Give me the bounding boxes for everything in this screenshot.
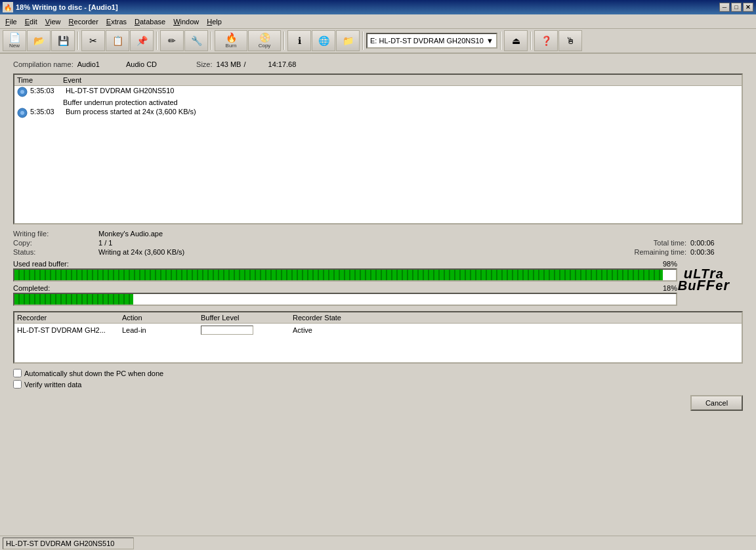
web-icon: 🌐 <box>318 36 329 45</box>
log-event-2: Burn process started at 24x (3,600 KB/s) <box>66 108 739 116</box>
log-header: Time Event <box>14 75 742 86</box>
menu-file[interactable]: File <box>1 15 21 28</box>
completed-label: Completed: <box>13 284 50 292</box>
separator-4 <box>284 32 285 50</box>
drive-dropdown[interactable]: E: HL-DT-ST DVDRAM GH20NS10 ▼ <box>366 33 497 49</box>
menu-database[interactable]: Database <box>131 15 169 28</box>
help-button[interactable]: ❓ <box>534 30 558 51</box>
copy-row: Copy: 1 / 1 Total time: 0:00:06 <box>13 239 743 247</box>
new-label: New <box>9 43 20 49</box>
statusbar-drive: HL-DT-ST DVDRAM GH20NS510 <box>3 538 134 549</box>
statusbar: HL-DT-ST DVDRAM GH20NS510 <box>0 536 756 550</box>
minimize-button[interactable]: ─ <box>719 3 730 12</box>
status-row: Status: Writing at 24x (3,600 KB/s) Rema… <box>13 248 743 256</box>
menu-extras[interactable]: Extras <box>102 15 131 28</box>
dropdown-arrow-icon: ▼ <box>486 37 494 45</box>
log-row-1: 5:35:03 HL-DT-ST DVDRAM GH20NS510 <box>14 86 742 98</box>
menu-view[interactable]: View <box>41 15 65 28</box>
progress-section: Used read buffer: 98% Completed: 18% uLT… <box>13 260 743 306</box>
edit-icon: ✏ <box>168 36 176 45</box>
copy-label: Copy: <box>13 239 98 247</box>
titlebar: 🔥 18% Writing to disc - [Audio1] ─ □ ✕ <box>0 0 756 14</box>
menubar: File Edit View Recorder Extras Database … <box>0 14 756 29</box>
log-event-1: HL-DT-ST DVDRAM GH20NS510 <box>66 87 739 95</box>
support-button[interactable]: 🖱 <box>558 30 582 51</box>
new-button[interactable]: 📄 New <box>3 30 26 51</box>
duration-value: 14:17.68 <box>268 60 297 68</box>
recorder-table: Recorder Action Buffer Level Recorder St… <box>13 311 743 364</box>
completed-label-row: Completed: 18% <box>13 284 677 292</box>
copy-icon: 📋 <box>112 36 123 45</box>
log-icon-1 <box>17 87 28 97</box>
compilation-info: Compilation name: Audio1 Audio CD Size: … <box>13 60 743 68</box>
statusbar-drive-text: HL-DT-ST DVDRAM GH20NS510 <box>6 539 114 547</box>
log-sub-text-1: Buffer underrun protection activated <box>63 98 178 106</box>
menu-edit[interactable]: Edit <box>21 15 41 28</box>
auto-shutdown-checkbox[interactable] <box>13 369 22 377</box>
open-icon: 📂 <box>33 36 45 45</box>
completed-pct: 18% <box>663 284 677 292</box>
cut-button[interactable]: ✂ <box>81 30 105 51</box>
menu-help[interactable]: Help <box>203 15 226 28</box>
ultrabuffer-line2: BuFFer <box>678 278 730 293</box>
buffer-level-col-header: Buffer Level <box>201 314 293 322</box>
burn-button[interactable]: 🔥 Burn <box>215 30 247 51</box>
verify-label: Verify written data <box>24 381 81 389</box>
read-buffer-fill <box>14 270 663 280</box>
remaining-time-value: 0:00:36 <box>690 248 743 256</box>
recorder-header: Recorder Action Buffer Level Recorder St… <box>14 312 742 324</box>
options-section: Automatically shut down the PC when done… <box>13 369 743 389</box>
progress-bars: Used read buffer: 98% Completed: 18% <box>13 260 677 306</box>
log-area: Time Event 5:35:03 HL-DT-ST DVDRAM GH20N… <box>13 74 743 224</box>
rec-state-value: Active <box>293 326 739 334</box>
save-button[interactable]: 💾 <box>51 30 75 51</box>
total-time-label: Total time: <box>601 239 686 247</box>
main-content: Compilation name: Audio1 Audio CD Size: … <box>0 54 756 417</box>
menu-recorder[interactable]: Recorder <box>65 15 102 28</box>
eject-button[interactable]: ⏏ <box>504 30 528 51</box>
save-icon: 💾 <box>58 36 69 45</box>
writing-file-value: Monkey's Audio.ape <box>98 230 743 238</box>
separator-3 <box>211 32 212 50</box>
auto-shutdown-row: Automatically shut down the PC when done <box>13 369 743 377</box>
log-time-2: 5:35:03 <box>30 108 66 116</box>
edit-button[interactable]: ✏ <box>160 30 184 51</box>
completed-bar <box>13 293 677 306</box>
svg-point-1 <box>20 90 24 94</box>
help-icon: ❓ <box>541 36 552 45</box>
copy2-icon: 📀 <box>259 33 270 42</box>
copy-button[interactable]: 📋 <box>106 30 129 51</box>
paste-icon: 📌 <box>136 36 148 45</box>
completed-fill <box>14 294 133 305</box>
cancel-button[interactable]: Cancel <box>690 395 743 411</box>
close-button[interactable]: ✕ <box>743 3 753 12</box>
total-time-value: 0:00:06 <box>690 239 743 247</box>
status-label: Status: <box>13 248 98 256</box>
tools-button[interactable]: 🔧 <box>184 30 208 51</box>
status-section: Writing file: Monkey's Audio.ape Copy: 1… <box>13 230 743 256</box>
restore-button[interactable]: □ <box>731 3 742 12</box>
writing-file-row: Writing file: Monkey's Audio.ape <box>13 230 743 238</box>
web-button[interactable]: 🌐 <box>312 30 335 51</box>
verify-checkbox[interactable] <box>13 380 22 389</box>
menu-window[interactable]: Window <box>169 15 203 28</box>
log-col-event-header: Event <box>63 76 739 84</box>
button-row: Cancel <box>13 395 743 411</box>
paste-button[interactable]: 📌 <box>130 30 154 51</box>
compilation-name-label: Compilation name: <box>13 60 74 68</box>
auto-shutdown-label: Automatically shut down the PC when done <box>24 370 163 377</box>
read-buffer-bar <box>13 268 677 282</box>
window-controls[interactable]: ─ □ ✕ <box>719 3 753 12</box>
read-buffer-label: Used read buffer: <box>13 260 69 268</box>
burn-label: Burn <box>226 43 237 49</box>
folder-icon: 📁 <box>343 36 354 45</box>
open-button[interactable]: 📂 <box>27 30 51 51</box>
separator-5 <box>362 32 364 50</box>
copy2-button[interactable]: 📀 Copy <box>248 30 281 51</box>
log-col-time-header: Time <box>17 76 63 84</box>
info-button[interactable]: ℹ <box>287 30 311 51</box>
separator-2 <box>156 32 158 50</box>
folder-button[interactable]: 📁 <box>336 30 360 51</box>
eject-icon: ⏏ <box>512 36 520 45</box>
log-time-1: 5:35:03 <box>30 87 66 95</box>
